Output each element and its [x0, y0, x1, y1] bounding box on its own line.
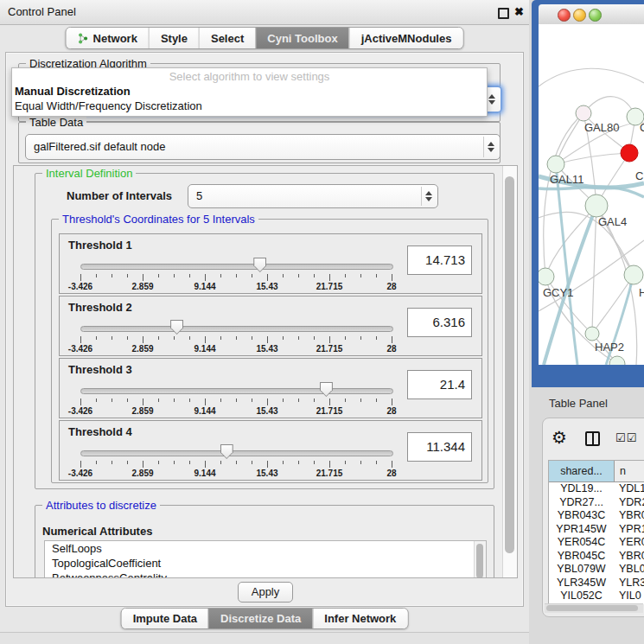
tab-cyni-toolbox[interactable]: Cyni Toolbox	[255, 28, 348, 48]
attributes-scrollbar[interactable]	[474, 541, 486, 578]
table-row[interactable]: YLR345WYLR3	[549, 577, 644, 590]
table-row[interactable]: YBL079WYBL0	[549, 563, 644, 577]
column-header-n[interactable]: n	[615, 461, 644, 481]
number-of-intervals-combobox[interactable]: 5	[188, 184, 438, 208]
table-row[interactable]: YIL052CYIL0	[549, 590, 644, 603]
popup-option-manual-discretization[interactable]: Manual Discretization	[12, 84, 487, 99]
gear-icon[interactable]: ⚙	[552, 429, 567, 446]
apply-button[interactable]: Apply	[238, 582, 293, 603]
cell-name: YBR0	[614, 509, 644, 523]
node-label: GAL80	[584, 121, 619, 134]
tick-mark	[298, 336, 299, 340]
network-node-gal11[interactable]	[547, 156, 564, 173]
slider-track[interactable]	[80, 450, 393, 456]
tick-label: 2.859	[131, 469, 153, 478]
attribute-item-topologicalcoefficient[interactable]: TopologicalCoefficient	[45, 556, 486, 571]
slider-thumb[interactable]	[253, 258, 266, 272]
tick-mark	[236, 274, 237, 277]
tick-mark	[143, 461, 143, 468]
slider-thumb[interactable]	[170, 320, 183, 335]
tick-label: 9.144	[194, 469, 215, 478]
table-row[interactable]: YDR27...YDR2	[549, 496, 644, 510]
zoom-traffic-light-icon[interactable]	[589, 9, 602, 22]
tick-label: 28	[386, 344, 396, 354]
table-data-combobox[interactable]: galFiltered.sif default node	[25, 134, 501, 160]
network-canvas[interactable]: GAL80GACGAL11GAL4GCY1HHAP2	[539, 24, 644, 365]
threshold-value-field[interactable]: 11.344	[407, 432, 472, 462]
cell-shared-name: YLR345W	[549, 577, 614, 590]
slider-track[interactable]	[80, 388, 393, 394]
tick-mark	[392, 461, 392, 468]
numerical-attributes-list[interactable]: SelfLoopsTopologicalCoefficientBetweenne…	[44, 540, 487, 578]
threshold-value-field[interactable]: 21.4	[407, 370, 472, 399]
tick-mark	[112, 336, 112, 340]
table-hscrollbar[interactable]	[545, 603, 643, 613]
network-node-gal80[interactable]	[576, 105, 591, 121]
checkbox-toggle-icons[interactable]: ☑☑	[615, 431, 637, 444]
slider-thumb[interactable]	[320, 382, 333, 397]
network-node-c[interactable]	[621, 144, 638, 162]
cell-name: YPR1	[614, 523, 644, 537]
cell-name: YDL1	[614, 482, 644, 496]
tab-select[interactable]: Select	[199, 28, 255, 48]
close-icon[interactable]: ✖	[514, 4, 524, 20]
popup-option-equal-width-frequency[interactable]: Equal Width/Frequency Discretization	[12, 99, 487, 113]
right-side: GAL80GACGAL11GAL4GCY1HHAP2 Table Panel ⚙…	[529, 0, 644, 644]
table-row[interactable]: YPR145WYPR1	[549, 523, 644, 537]
node-table[interactable]: shared...n YDL19...YDL1YDR27...YDR2YBR04…	[548, 460, 644, 604]
threshold-value-field[interactable]: 14.713	[407, 245, 472, 275]
tab-jactivemnodules[interactable]: jActiveMNodules	[349, 28, 463, 48]
column-header-shared-[interactable]: shared...	[549, 461, 615, 481]
tick-label: 28	[386, 282, 396, 291]
split-columns-icon[interactable]	[585, 431, 600, 446]
threshold-panel-1: Threshold 1-3.4262.8599.14415.4321.71528…	[59, 233, 482, 294]
bottom-tabstrip: Impute DataDiscretize DataInfer Network	[121, 608, 409, 629]
threshold-panel-2: Threshold 2-3.4262.8599.14415.4321.71528…	[59, 296, 482, 356]
table-hscrollbar-thumb[interactable]	[546, 605, 638, 611]
tick-mark	[360, 399, 361, 402]
attribute-item-selfloops[interactable]: SelfLoops	[45, 541, 486, 556]
attributes-scrollbar-thumb[interactable]	[476, 544, 483, 578]
attribute-item-betweennesscentrality[interactable]: BetweennessCentrality	[45, 571, 486, 578]
settings-scrollbar[interactable]	[502, 166, 517, 577]
threshold-label: Threshold 1	[68, 239, 132, 252]
network-node-h[interactable]	[624, 265, 643, 284]
tick-mark	[283, 399, 284, 402]
tab-impute-data[interactable]: Impute Data	[122, 609, 208, 628]
tick-mark	[252, 336, 252, 340]
table-row[interactable]: YBR043CYBR0	[549, 509, 644, 523]
table-data-group-label: Table Data	[26, 116, 86, 129]
tick-mark	[392, 274, 392, 281]
slider-track[interactable]	[80, 264, 393, 270]
threshold-value-field[interactable]: 6.316	[407, 308, 472, 337]
tab-discretize-data[interactable]: Discretize Data	[208, 609, 312, 628]
tab-network[interactable]: Network	[67, 28, 149, 48]
tick-mark	[314, 461, 315, 464]
table-row[interactable]: YBR045CYBR0	[549, 550, 644, 564]
network-node-gal4[interactable]	[585, 194, 608, 217]
tick-label: 2.859	[131, 344, 153, 354]
close-traffic-light-icon[interactable]	[558, 9, 571, 22]
tick-mark	[392, 399, 392, 405]
slider-thumb[interactable]	[220, 444, 233, 459]
tab-infer-network[interactable]: Infer Network	[312, 609, 407, 628]
tick-label: 15.43	[256, 344, 277, 354]
network-node-gcy1[interactable]	[539, 268, 554, 285]
float-window-icon[interactable]	[498, 8, 509, 19]
tab-style[interactable]: Style	[149, 28, 199, 48]
table-row[interactable]: YER054CYER0	[549, 536, 644, 550]
tick-mark	[112, 399, 112, 402]
cyni-toolbox-pane: Discretization Algorithm Table Data galF…	[5, 52, 524, 607]
tick-mark	[174, 461, 175, 464]
attributes-group-label: Attributes to discretize	[42, 499, 160, 512]
algorithm-dropdown-popup: Select algorithm to view settings Manual…	[11, 67, 488, 117]
network-node-hap2[interactable]	[585, 327, 599, 341]
table-row[interactable]: YDL19...YDL1	[549, 482, 644, 496]
cell-name: YER0	[614, 536, 644, 550]
tick-label: 2.859	[131, 282, 153, 291]
slider-track[interactable]	[80, 326, 393, 332]
table-panel: ⚙ ☑☑ shared...n YDL19...YDL1YDR27...YDR2…	[542, 418, 644, 617]
settings-scrollbar-thumb[interactable]	[505, 176, 514, 553]
tick-label: 15.43	[256, 406, 277, 416]
minimize-traffic-light-icon[interactable]	[573, 9, 586, 22]
